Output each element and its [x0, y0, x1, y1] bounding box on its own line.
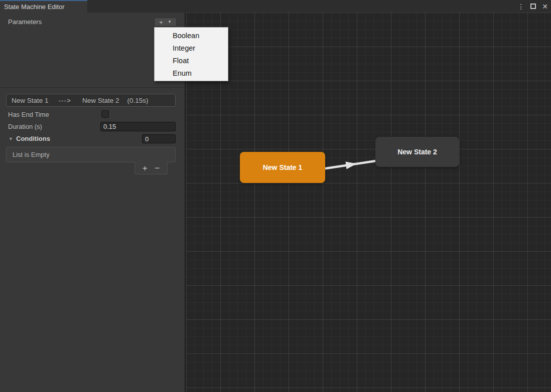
add-condition-button[interactable]: +: [143, 164, 148, 172]
add-parameter-button[interactable]: + ▼: [154, 18, 177, 27]
list-empty-label: List is Empty: [13, 151, 50, 158]
conditions-list-footer: + −: [134, 162, 168, 174]
foldout-triangle-icon[interactable]: ▼: [9, 136, 13, 141]
menu-item-integer[interactable]: Integer: [155, 42, 228, 54]
state-node-new-state-2[interactable]: New State 2: [375, 137, 459, 167]
duration-input[interactable]: [100, 122, 176, 131]
menu-item-float[interactable]: Float: [155, 54, 228, 67]
conditions-count-input[interactable]: [142, 134, 176, 143]
node-label: New State 2: [397, 148, 437, 156]
menu-item-boolean[interactable]: Boolean: [155, 29, 228, 42]
remove-condition-button[interactable]: −: [155, 164, 160, 172]
window-controls: ⋮ ✕: [517, 0, 548, 13]
tab-title: State Machine Editor: [4, 3, 65, 11]
transition-arrow: --->: [59, 97, 71, 104]
has-end-time-checkbox[interactable]: [101, 110, 109, 118]
graph-canvas[interactable]: New State 1 New State 2: [185, 13, 551, 392]
edge-arrowhead-icon: [346, 162, 357, 169]
has-end-time-label: Has End Time: [8, 111, 49, 118]
close-icon[interactable]: ✕: [542, 3, 548, 10]
conditions-empty-list: List is Empty: [6, 147, 176, 162]
parameters-label: Parameters: [8, 18, 42, 26]
state-node-new-state-1[interactable]: New State 1: [240, 152, 325, 183]
section-divider: [0, 87, 184, 88]
titlebar: State Machine Editor ⋮ ✕: [0, 0, 551, 13]
transition-edge: [186, 13, 551, 392]
chevron-down-icon: ▼: [168, 20, 172, 24]
transition-to-state: New State 2: [82, 97, 119, 104]
menu-kebab-icon[interactable]: ⋮: [517, 3, 524, 10]
transition-header: New State 1 ---> New State 2 (0.15s): [6, 94, 176, 107]
transition-duration-tag: (0.15s): [127, 97, 148, 104]
plus-icon: +: [159, 19, 163, 26]
transition-from-state: New State 1: [12, 97, 49, 104]
state-machine-editor-window: State Machine Editor ⋮ ✕ Parameters + ▼ …: [0, 0, 551, 392]
maximize-icon[interactable]: [530, 4, 536, 9]
conditions-foldout[interactable]: Conditions: [16, 135, 50, 142]
node-label: New State 1: [263, 163, 303, 171]
menu-item-enum[interactable]: Enum: [155, 67, 228, 79]
parameter-type-menu: Boolean Integer Float Enum: [154, 27, 228, 81]
duration-label: Duration (s): [8, 123, 42, 130]
tab-state-machine-editor[interactable]: State Machine Editor: [0, 0, 87, 13]
